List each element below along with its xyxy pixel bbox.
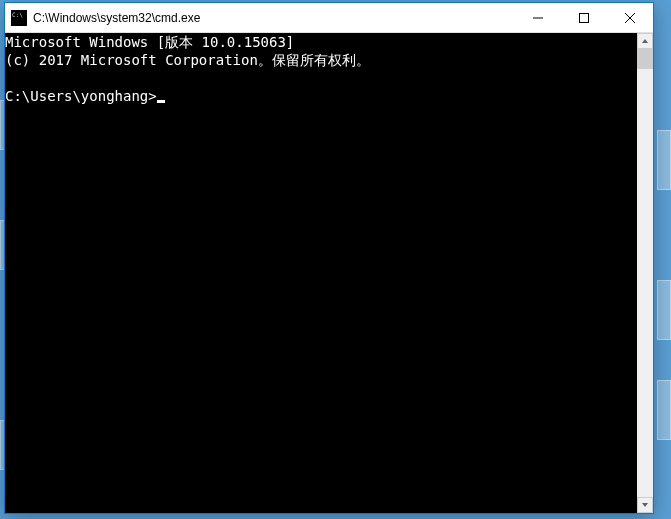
desktop-fragment [657, 130, 671, 190]
close-button[interactable] [607, 3, 653, 33]
console-prompt: C:\Users\yonghang> [5, 88, 157, 104]
desktop-fragment [657, 280, 671, 340]
svg-rect-1 [580, 14, 589, 23]
scrollbar-track[interactable] [637, 49, 653, 497]
console-output[interactable]: Microsoft Windows [版本 10.0.15063] (c) 20… [5, 33, 637, 513]
console-area: Microsoft Windows [版本 10.0.15063] (c) 20… [5, 33, 653, 513]
svg-marker-4 [642, 39, 648, 43]
console-line: Microsoft Windows [版本 10.0.15063] [5, 34, 294, 50]
scroll-down-button[interactable] [637, 497, 653, 513]
scroll-up-button[interactable] [637, 33, 653, 49]
svg-marker-5 [642, 503, 648, 507]
cursor [157, 100, 165, 103]
vertical-scrollbar[interactable] [637, 33, 653, 513]
window-controls [515, 3, 653, 32]
cmd-window: C:\Windows\system32\cmd.exe Microsoft Wi… [4, 2, 654, 514]
scrollbar-thumb[interactable] [637, 49, 653, 69]
window-title: C:\Windows\system32\cmd.exe [33, 11, 515, 25]
cmd-icon [11, 10, 27, 26]
titlebar[interactable]: C:\Windows\system32\cmd.exe [5, 3, 653, 33]
desktop-fragment [657, 380, 671, 440]
maximize-button[interactable] [561, 3, 607, 33]
console-line: (c) 2017 Microsoft Corporation。保留所有权利。 [5, 52, 370, 68]
minimize-button[interactable] [515, 3, 561, 33]
